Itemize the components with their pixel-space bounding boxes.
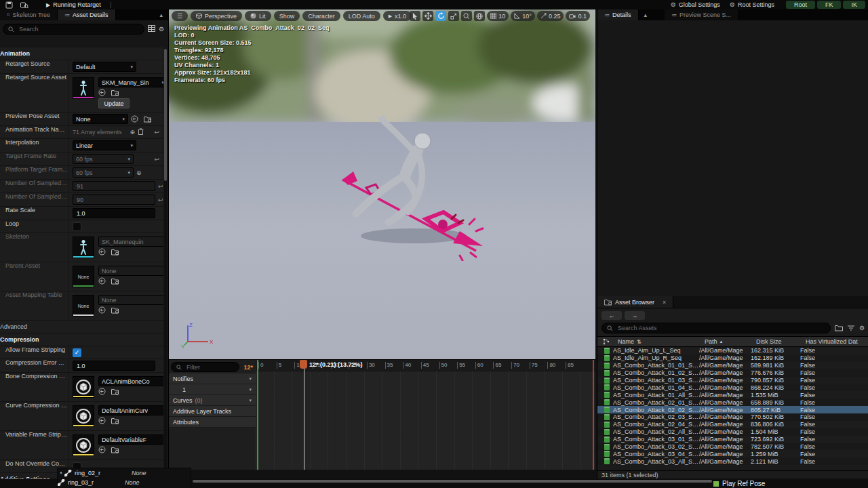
details-row[interactable]: Asset Mapping Table None bbox=[0, 291, 163, 321]
details-row[interactable]: Compression bbox=[0, 333, 163, 346]
kebab-menu-icon[interactable]: ⋮ bbox=[108, 1, 114, 8]
asset-thumbnail[interactable] bbox=[73, 434, 94, 456]
details-row[interactable]: Retarget Source Asset bbox=[0, 74, 163, 113]
asset-row[interactable]: AS_Combo_Attack_01_02_Seq /All/Game/Mage… bbox=[597, 369, 868, 377]
column-has-virtualized-data[interactable]: Has Virtualized Dat bbox=[806, 338, 868, 345]
details-row[interactable]: Skeleton bbox=[0, 233, 163, 262]
timeline-filter-box[interactable] bbox=[171, 362, 239, 372]
details-row[interactable]: Allow Frame Stripping ✓ bbox=[0, 346, 163, 359]
asset-row[interactable]: AS_Combo_Attack_01_04_Seq /All/Game/Mage… bbox=[597, 384, 868, 391]
asset-dropdown[interactable]: None▾ bbox=[98, 266, 163, 276]
details-row[interactable]: Loop ✓ bbox=[0, 220, 163, 233]
focus-tool-icon[interactable] bbox=[461, 11, 472, 21]
view-settings-gear-icon[interactable]: ⚙ bbox=[859, 325, 865, 331]
timeline-filter-input[interactable] bbox=[185, 363, 234, 371]
move-tool-icon[interactable] bbox=[422, 11, 433, 21]
close-icon[interactable]: × bbox=[663, 299, 666, 306]
asset-thumbnail[interactable] bbox=[73, 237, 94, 258]
asset-picker-icons[interactable] bbox=[98, 277, 163, 285]
asset-dropdown[interactable]: None▾ bbox=[98, 295, 163, 305]
asset-row[interactable]: AS_Combo_Attack_03_04_Seq /All/Game/Mage… bbox=[597, 450, 868, 458]
hierarchy-icon[interactable] bbox=[603, 338, 610, 345]
asset-picker-icons[interactable] bbox=[98, 446, 163, 453]
select-tool-icon[interactable] bbox=[410, 11, 420, 21]
asset-dropdown[interactable]: ACLAnimBoneCo▾ bbox=[98, 376, 163, 386]
asset-row[interactable]: AS_Combo_Attack_03_01_Seq /All/Game/Mage… bbox=[597, 436, 868, 443]
retarget-mode-button[interactable]: IK bbox=[843, 1, 865, 9]
reset-to-default-icon[interactable]: ↩ bbox=[158, 197, 163, 203]
retarget-mode-button[interactable]: Root bbox=[786, 1, 815, 9]
details-row[interactable]: Parent Asset None bbox=[0, 262, 163, 291]
filter-icon[interactable] bbox=[848, 325, 854, 331]
scale-tool-icon[interactable] bbox=[448, 11, 459, 21]
asset-picker-icons[interactable] bbox=[98, 306, 163, 314]
tab-preview-scene-settings[interactable]: ≔ Preview Scene S... bbox=[665, 9, 738, 20]
scale-snap-button[interactable]: 0.25 bbox=[537, 11, 564, 21]
checkbox[interactable]: ✓ bbox=[73, 348, 81, 357]
asset-row[interactable]: AS_Combo_Attack_02_03_Seq /All/Game/Mage… bbox=[597, 413, 868, 421]
display-mode-icon[interactable] bbox=[148, 25, 155, 33]
bone-row[interactable]: ▾ ring_02_r None bbox=[58, 468, 191, 478]
camera-speed-button[interactable]: 0.1 bbox=[566, 11, 590, 21]
column-disk-size[interactable]: Disk Size bbox=[756, 338, 806, 345]
save-search-icon[interactable] bbox=[835, 325, 843, 331]
text-field[interactable]: 1.0 bbox=[73, 361, 155, 371]
asset-row[interactable]: AS_Combo_Attack_01_All_Seq /All/Game/Mag… bbox=[597, 391, 868, 399]
details-row[interactable]: Number Of Sampled F... 90 ↩ bbox=[0, 193, 163, 207]
details-row[interactable]: Compression Error Thr... 1.0 bbox=[0, 359, 163, 373]
asset-thumbnail[interactable] bbox=[73, 405, 94, 427]
running-retarget-button[interactable]: ▶ Running Retarget ⋮ bbox=[46, 1, 114, 8]
add-element-icon[interactable]: ⊕ bbox=[130, 129, 136, 136]
text-field[interactable]: 1.0 bbox=[73, 208, 155, 218]
expander-icon[interactable]: ▾ bbox=[58, 470, 64, 476]
text-field[interactable]: 91 bbox=[73, 181, 155, 191]
details-row[interactable]: Interpolation Linear▾ bbox=[0, 139, 163, 152]
playhead-line[interactable] bbox=[304, 360, 304, 470]
details-row[interactable]: Rate Scale 1.0 bbox=[0, 207, 163, 220]
tab-details[interactable]: ≔ Details bbox=[597, 9, 639, 20]
asset-row[interactable]: AS_Idle_Aim_Up_L_Seq /All/Game/Mage 162.… bbox=[597, 347, 868, 354]
details-row[interactable]: Platform Target Fram... 60 fps▾ ⊕ bbox=[0, 166, 163, 180]
chevron-down-icon[interactable]: ▾ bbox=[249, 376, 252, 382]
asset-row[interactable]: AS_Combo_Attack_01_01_Seq /All/Game/Mage… bbox=[597, 362, 868, 369]
asset-row[interactable]: AS_Combo_Attack_02_04_Seq /All/Game/Mage… bbox=[597, 421, 868, 428]
dropdown[interactable]: 60 fps▾ bbox=[73, 154, 134, 164]
dropdown[interactable]: None▾ bbox=[73, 114, 128, 124]
column-path[interactable]: Path▲ bbox=[705, 338, 756, 345]
trash-icon[interactable] bbox=[138, 128, 144, 136]
asset-dropdown[interactable]: SKM_Manny_Sin▾ bbox=[98, 77, 163, 87]
reset-to-default-icon[interactable]: ↩ bbox=[158, 183, 163, 190]
timeline-track-row[interactable]: Curves (0) ▾ bbox=[169, 395, 256, 406]
asset-picker-icons[interactable] bbox=[98, 89, 163, 96]
asset-picker-icons[interactable] bbox=[98, 248, 163, 256]
asset-thumbnail[interactable] bbox=[73, 376, 94, 398]
timeline-track-row[interactable]: 1 ▾ bbox=[169, 384, 256, 395]
dropdown[interactable]: Default▾ bbox=[73, 62, 136, 72]
asset-thumbnail[interactable]: None bbox=[73, 295, 94, 317]
timeline-grid[interactable] bbox=[256, 360, 595, 470]
details-search-input[interactable] bbox=[18, 25, 139, 33]
find-in-content-browser-icon[interactable] bbox=[20, 1, 30, 9]
asset-row[interactable]: AS_Combo_Attack_01_03_Seq /All/Game/Mage… bbox=[597, 377, 868, 384]
history-forward-button[interactable]: → bbox=[625, 311, 645, 320]
left-scrollbar-thumb[interactable] bbox=[164, 49, 167, 181]
settings-gear-icon[interactable]: ⚙ bbox=[159, 26, 164, 33]
world-local-icon[interactable] bbox=[474, 11, 485, 21]
save-icon[interactable] bbox=[5, 1, 15, 9]
rotate-tool-icon[interactable] bbox=[435, 11, 446, 21]
dropdown[interactable]: 60 fps▾ bbox=[73, 167, 134, 178]
details-row[interactable]: Advanced bbox=[0, 321, 163, 333]
playhead-marker[interactable] bbox=[300, 360, 307, 369]
asset-picker-icons[interactable] bbox=[131, 115, 152, 123]
dropdown[interactable]: Linear▾ bbox=[73, 140, 136, 150]
tab-skeleton-tree[interactable]: ⌗ Skeleton Tree bbox=[0, 9, 58, 20]
details-row[interactable]: Animation Track Nam... 71 Array elements… bbox=[0, 126, 163, 139]
collapse-panel-icon[interactable]: ▴ bbox=[154, 9, 168, 20]
chevron-down-icon[interactable]: ▾ bbox=[249, 387, 252, 392]
character-menu-button[interactable]: Character bbox=[302, 11, 340, 21]
asset-dropdown[interactable]: DefaultVariableF▾ bbox=[98, 434, 163, 445]
viewport-menu-button[interactable]: ☰ bbox=[172, 11, 188, 21]
asset-row[interactable]: AS_Combo_Attack_02_All_Seq /All/Game/Mag… bbox=[597, 428, 868, 436]
details-row[interactable]: Target Frame Rate 60 fps▾ ↩ bbox=[0, 152, 163, 166]
global-settings-button[interactable]: ⚙ Global Settings bbox=[671, 1, 720, 8]
